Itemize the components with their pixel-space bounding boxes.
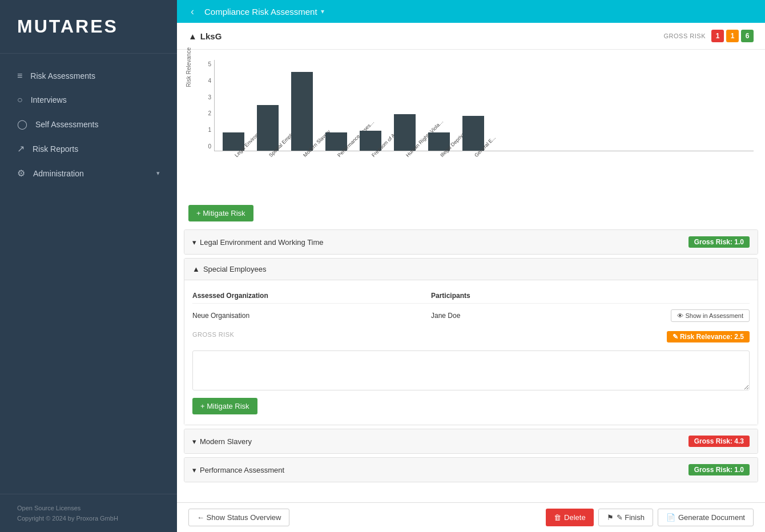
col-org-header: Assessed Organization: [192, 292, 431, 300]
section-title-text: LksG: [200, 31, 222, 41]
main-scroll-area: ▲ LksG GROSS RISK 1 1 6 Risk Relevance 5…: [177, 23, 765, 502]
category-legal-header[interactable]: ▾ Legal Environment and Working Time Gro…: [184, 230, 758, 254]
gross-risk-indicators: GROSS RISK 1 1 6: [664, 30, 754, 42]
table-header: Assessed Organization Participants: [192, 288, 750, 304]
delete-label: Delete: [564, 513, 586, 522]
show-status-button[interactable]: ← Show Status Overview: [188, 509, 289, 526]
bar-rect: [291, 72, 313, 151]
category-modern-slavery: ▾ Modern Slavery Gross Risk: 4.3: [184, 429, 758, 454]
section-lksg-header: ▲ LksG GROSS RISK 1 1 6: [177, 23, 765, 50]
bar-group: General E...: [462, 116, 484, 151]
y-label: 3: [192, 94, 211, 100]
category-special-employees-title: ▲ Special Employees: [192, 265, 750, 273]
gross-risk-label: GROSS RISK: [664, 33, 706, 39]
finish-button[interactable]: ⚑ ✎ Finish: [598, 509, 653, 526]
chart-bars: 543210 Legal Environment and Worki...Spe…: [214, 60, 754, 151]
gross-risk-section-label: GROSS RISK: [192, 331, 661, 338]
category-special-employees-header[interactable]: ▲ Special Employees: [184, 259, 758, 280]
category-legal-badge: Gross Risk: 1.0: [688, 236, 750, 248]
mitigate-risk-button-2[interactable]: + Mitigate Risk: [192, 398, 257, 414]
bar-group: Performance Assessment: [325, 132, 347, 151]
list-icon: ≡: [17, 71, 22, 81]
sidebar: MUTARES ≡ Risk Assessments ○ Interviews …: [0, 0, 177, 532]
sidebar-item-risk-assessments[interactable]: ≡ Risk Assessments: [0, 64, 177, 88]
dropdown-icon[interactable]: ▾: [321, 7, 324, 15]
bar-group: Legal Environment and Worki...: [223, 132, 244, 151]
section-title: ▲ LksG: [188, 31, 664, 41]
bar-group: Modern Slavery: [291, 72, 313, 151]
y-axis-title: Risk Relevance: [186, 47, 192, 87]
chat-icon: ○: [17, 95, 23, 105]
category-legal-title: ▾ Legal Environment and Working Time: [192, 238, 688, 247]
special-employees-content: Assessed Organization Participants Neue …: [184, 280, 758, 425]
y-label: 2: [192, 110, 211, 116]
category-modern-slavery-header[interactable]: ▾ Modern Slavery Gross Risk: 4.3: [184, 429, 758, 453]
cell-participants: Jane Doe: [431, 312, 670, 320]
col-actions-header: [670, 292, 750, 300]
gear-icon: ⚙: [17, 168, 25, 179]
chevron-up-icon: ▲: [192, 265, 200, 273]
gross-risk-section: GROSS RISK ✎ Risk Relevance: 2.5: [192, 325, 750, 348]
table-row: Neue Organisation Jane Doe 👁 Show in Ass…: [192, 306, 750, 325]
chart-container: Risk Relevance 543210 Legal Environment …: [177, 50, 765, 197]
sidebar-item-self-assessments[interactable]: ◯ Self Assessments: [0, 112, 177, 136]
category-special-employees-label: Special Employees: [203, 265, 267, 273]
y-labels: 543210: [192, 60, 211, 151]
sidebar-item-label: Interviews: [31, 95, 160, 104]
delete-button[interactable]: 🗑 Delete: [546, 509, 594, 526]
category-legal-label: Legal Environment and Working Time: [200, 238, 324, 247]
eye-icon: 👁: [677, 312, 683, 319]
sidebar-item-risk-reports[interactable]: ↗ Risk Reports: [0, 136, 177, 161]
topbar: ‹ Compliance Risk Assessment ▾: [177, 0, 765, 23]
bar-group: Freedom of Association: [360, 131, 381, 151]
sidebar-footer: Open Source Licenses Copyright © 2024 by…: [0, 494, 177, 532]
chevron-down-icon: ▾: [156, 170, 160, 177]
sidebar-item-administration[interactable]: ⚙ Administration ▾: [0, 161, 177, 186]
y-label: 0: [192, 143, 211, 150]
chart-icon: ↗: [17, 143, 25, 154]
bar-rect: [257, 105, 279, 151]
sidebar-item-label: Risk Reports: [33, 144, 160, 154]
sidebar-item-label: Self Assessments: [35, 120, 160, 129]
risk-badge-orange: 1: [726, 30, 739, 42]
sidebar-item-interviews[interactable]: ○ Interviews: [0, 88, 177, 112]
chevron-down-icon: ▾: [192, 466, 196, 474]
show-in-assessment-label: Show in Assessment: [686, 312, 744, 319]
bar-rect: [394, 114, 416, 151]
category-performance-badge: Gross Risk: 1.0: [688, 464, 750, 475]
mitigate-risk-button-1[interactable]: + Mitigate Risk: [188, 205, 253, 221]
risk-badge-red: 1: [711, 30, 724, 42]
risk-relevance-badge: ✎ Risk Relevance: 2.5: [667, 331, 750, 342]
category-performance: ▾ Performance Assessment Gross Risk: 1.0: [184, 457, 758, 482]
category-performance-header[interactable]: ▾ Performance Assessment Gross Risk: 1.0: [184, 458, 758, 482]
document-icon: 📄: [666, 513, 675, 522]
trash-icon: 🗑: [554, 513, 561, 522]
flag-icon: ⚑: [607, 513, 614, 522]
bottom-bar: ← Show Status Overview 🗑 Delete ⚑ ✎ Fini…: [177, 502, 765, 532]
back-button[interactable]: ‹: [186, 3, 199, 20]
cell-org: Neue Organisation: [192, 312, 431, 320]
generate-document-button[interactable]: 📄 Generate Document: [658, 509, 754, 526]
generate-label: Generate Document: [678, 513, 745, 522]
page-title: Compliance Risk Assessment ▾: [204, 7, 756, 17]
main-content: ‹ Compliance Risk Assessment ▾ ▲ LksG GR…: [177, 0, 765, 532]
y-label: 5: [192, 61, 211, 67]
col-participants-header: Participants: [431, 292, 670, 300]
bar-group: Human Rights Violations: [394, 114, 416, 151]
finish-label: ✎ Finish: [617, 513, 645, 522]
gross-risk-textarea[interactable]: [192, 350, 750, 390]
category-modern-slavery-title: ▾ Modern Slavery: [192, 437, 688, 446]
copyright-text: Copyright © 2024 by Proxora GmbH: [17, 515, 160, 522]
category-performance-label: Performance Assessment: [200, 466, 284, 474]
collapse-icon[interactable]: ▲: [188, 31, 197, 41]
sidebar-nav: ≡ Risk Assessments ○ Interviews ◯ Self A…: [0, 54, 177, 494]
chevron-down-icon: ▾: [192, 238, 196, 247]
bottom-right-buttons: 🗑 Delete ⚑ ✎ Finish 📄 Generate Document: [546, 509, 754, 526]
bar-group: Special Employees: [257, 105, 279, 151]
sidebar-item-label: Administration: [33, 169, 148, 178]
bubble-icon: ◯: [17, 119, 27, 130]
sidebar-item-label: Risk Assessments: [30, 71, 160, 80]
risk-badge-green: 6: [741, 30, 754, 42]
open-source-link[interactable]: Open Source Licenses: [17, 505, 160, 511]
show-in-assessment-button[interactable]: 👁 Show in Assessment: [671, 309, 750, 322]
